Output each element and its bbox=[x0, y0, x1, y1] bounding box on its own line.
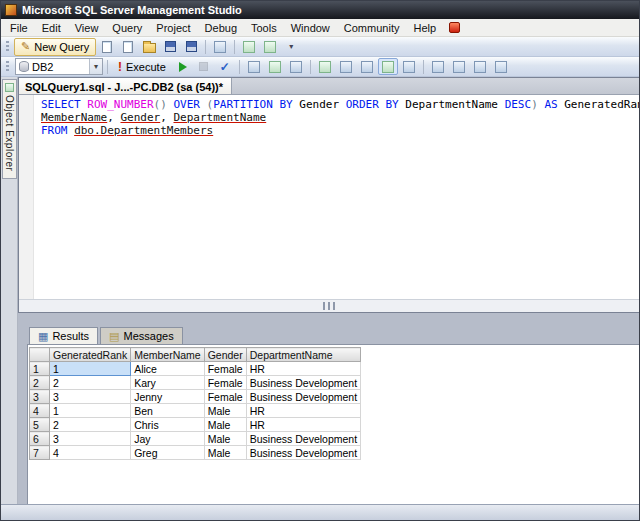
grid-cell[interactable]: Female bbox=[204, 376, 246, 390]
grid-cell[interactable]: Business Development bbox=[246, 376, 360, 390]
grid-cell[interactable]: Ben bbox=[131, 404, 205, 418]
query-designer-icon[interactable] bbox=[265, 58, 285, 75]
save-icon[interactable] bbox=[160, 38, 180, 55]
include-client-statistics-icon[interactable] bbox=[336, 58, 356, 75]
new-analysis-query-icon[interactable] bbox=[118, 38, 138, 55]
grid-cell[interactable]: 4 bbox=[50, 446, 131, 460]
grid-cell[interactable]: Kary bbox=[131, 376, 205, 390]
new-query-button[interactable]: ✎ New Query bbox=[14, 38, 96, 56]
grid-cell[interactable]: 2 bbox=[50, 376, 131, 390]
object-explorer-tab[interactable]: Object Explorer bbox=[2, 79, 17, 179]
uncomment-icon[interactable] bbox=[449, 58, 469, 75]
menu-item-tools[interactable]: Tools bbox=[244, 20, 284, 36]
menu-item-edit[interactable]: Edit bbox=[35, 20, 68, 36]
row-header[interactable]: 6 bbox=[30, 432, 50, 446]
include-actual-plan-icon[interactable] bbox=[315, 58, 335, 75]
grid-cell[interactable]: Male bbox=[204, 404, 246, 418]
standard-toolbar: ✎ New Query ▾ bbox=[1, 37, 639, 57]
parse-query-button[interactable]: ✓ bbox=[215, 58, 235, 75]
menu-item-window[interactable]: Window bbox=[284, 20, 337, 36]
column-header-generatedrank[interactable]: GeneratedRank bbox=[50, 348, 131, 362]
menu-item-project[interactable]: Project bbox=[149, 20, 197, 36]
results-to-text-icon[interactable] bbox=[357, 58, 377, 75]
grid-cell[interactable]: HR bbox=[246, 418, 360, 432]
toolbar-drag-handle[interactable] bbox=[6, 61, 9, 73]
row-header[interactable]: 4 bbox=[30, 404, 50, 418]
row-header[interactable]: 3 bbox=[30, 390, 50, 404]
query-toolbar: DB2 ▾ ! Execute ✓ bbox=[1, 57, 639, 77]
toolbar-separator bbox=[423, 60, 424, 74]
execute-button[interactable]: ! Execute bbox=[112, 58, 172, 76]
grid-cell[interactable]: 1 bbox=[50, 362, 131, 376]
editor-horizontal-scrollbar[interactable] bbox=[19, 299, 640, 312]
column-header-gender[interactable]: Gender bbox=[204, 348, 246, 362]
grid-cell[interactable]: Male bbox=[204, 432, 246, 446]
display-estimated-plan-icon[interactable] bbox=[244, 58, 264, 75]
row-header[interactable]: 7 bbox=[30, 446, 50, 460]
toolbar-separator bbox=[234, 40, 235, 54]
chevron-down-icon[interactable]: ▾ bbox=[89, 59, 102, 74]
grid-corner-cell[interactable] bbox=[30, 348, 50, 362]
community-feedback-icon[interactable] bbox=[449, 22, 460, 33]
grid-cell[interactable]: Female bbox=[204, 390, 246, 404]
code-editor[interactable]: SELECT ROW_NUMBER() OVER (PARTITION BY G… bbox=[19, 95, 640, 299]
row-header[interactable]: 5 bbox=[30, 418, 50, 432]
menu-item-help[interactable]: Help bbox=[406, 20, 443, 36]
activity-monitor-icon[interactable] bbox=[239, 38, 259, 55]
grid-cell[interactable]: HR bbox=[246, 362, 360, 376]
increase-indent-icon[interactable] bbox=[491, 58, 511, 75]
grid-cell[interactable]: HR bbox=[246, 404, 360, 418]
grid-cell[interactable]: Female bbox=[204, 362, 246, 376]
editor-tab-title: SQLQuery1.sql - J...-PC.DB2 (sa (54))* bbox=[25, 81, 223, 93]
open-file-icon[interactable] bbox=[139, 38, 159, 55]
grid-cell[interactable]: Business Development bbox=[246, 390, 360, 404]
comment-out-icon[interactable] bbox=[428, 58, 448, 75]
grid-cell[interactable]: Business Development bbox=[246, 432, 360, 446]
print-icon[interactable] bbox=[210, 38, 230, 55]
menu-item-view[interactable]: View bbox=[68, 20, 106, 36]
menu-item-query[interactable]: Query bbox=[105, 20, 149, 36]
debug-button[interactable] bbox=[173, 58, 193, 75]
editor-tab-sqlquery1[interactable]: SQLQuery1.sql - J...-PC.DB2 (sa (54))* bbox=[19, 78, 232, 94]
column-header-membername[interactable]: MemberName bbox=[131, 348, 205, 362]
grid-cell[interactable]: Jenny bbox=[131, 390, 205, 404]
grid-cell[interactable]: 3 bbox=[50, 432, 131, 446]
menu-item-debug[interactable]: Debug bbox=[198, 20, 244, 36]
results-to-grid-icon[interactable] bbox=[378, 58, 398, 75]
row-header[interactable]: 2 bbox=[30, 376, 50, 390]
row-header[interactable]: 1 bbox=[30, 362, 50, 376]
grid-cell[interactable]: Jay bbox=[131, 432, 205, 446]
grid-cell[interactable]: 1 bbox=[50, 404, 131, 418]
toolbar-overflow-icon[interactable]: ▾ bbox=[281, 38, 301, 55]
menu-item-file[interactable]: File bbox=[3, 20, 35, 36]
decrease-indent-icon[interactable] bbox=[470, 58, 490, 75]
object-explorer-strip: Object Explorer bbox=[1, 77, 18, 506]
code-line[interactable]: MemberName, Gender, DepartmentName bbox=[41, 111, 640, 124]
grid-cell[interactable]: Chris bbox=[131, 418, 205, 432]
grid-cell[interactable]: Greg bbox=[131, 446, 205, 460]
menu-item-community[interactable]: Community bbox=[337, 20, 407, 36]
tab-messages[interactable]: ▤Messages bbox=[100, 327, 183, 344]
grid-cell[interactable]: Male bbox=[204, 418, 246, 432]
column-header-departmentname[interactable]: DepartmentName bbox=[246, 348, 360, 362]
messages-tab-icon: ▤ bbox=[109, 331, 119, 342]
grid-cell[interactable]: 3 bbox=[50, 390, 131, 404]
grid-cell[interactable]: 2 bbox=[50, 418, 131, 432]
grid-cell[interactable]: Alice bbox=[131, 362, 205, 376]
splitter-grip[interactable] bbox=[323, 302, 337, 310]
code-line[interactable]: FROM dbo.DepartmentMembers bbox=[41, 124, 640, 137]
grid-cell[interactable]: Male bbox=[204, 446, 246, 460]
object-explorer-icon bbox=[5, 83, 14, 92]
toolbar-drag-handle[interactable] bbox=[6, 41, 9, 53]
menu-items: FileEditViewQueryProjectDebugToolsWindow… bbox=[3, 20, 443, 36]
title-bar[interactable]: Microsoft SQL Server Management Studio bbox=[1, 1, 639, 19]
new-database-engine-query-icon[interactable] bbox=[97, 38, 117, 55]
grid-cell[interactable]: Business Development bbox=[246, 446, 360, 460]
specify-template-parameters-icon[interactable] bbox=[286, 58, 306, 75]
object-explorer-icon[interactable] bbox=[260, 38, 280, 55]
code-line[interactable]: SELECT ROW_NUMBER() OVER (PARTITION BY G… bbox=[41, 98, 640, 111]
results-to-file-icon[interactable] bbox=[399, 58, 419, 75]
save-all-icon[interactable] bbox=[181, 38, 201, 55]
tab-results[interactable]: ▦Results bbox=[29, 327, 98, 344]
database-selector[interactable]: DB2 ▾ bbox=[15, 58, 103, 75]
